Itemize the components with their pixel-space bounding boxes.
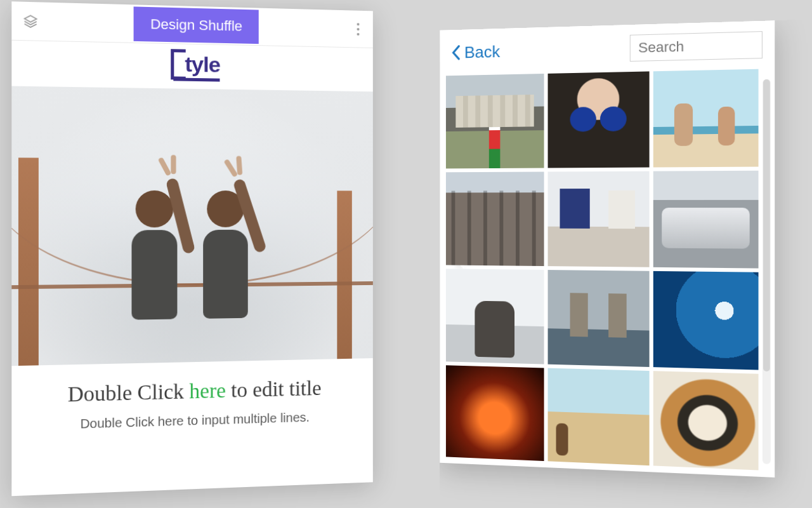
image-picker-panel: Back <box>440 20 775 478</box>
image-thumb[interactable] <box>548 171 650 267</box>
image-thumb[interactable] <box>653 69 759 168</box>
image-thumb[interactable] <box>446 171 544 266</box>
picker-topbar: Back <box>440 20 775 76</box>
more-menu-button[interactable] <box>350 19 367 39</box>
editor-topbar: Design Shuffle <box>11 1 373 48</box>
layers-icon <box>22 13 38 29</box>
image-thumb[interactable] <box>446 269 544 364</box>
dots-vertical-icon <box>357 23 360 25</box>
search-input[interactable] <box>630 31 763 62</box>
scrollbar[interactable] <box>763 79 771 464</box>
image-thumb[interactable] <box>446 74 544 168</box>
image-thumb[interactable] <box>653 271 759 370</box>
slide-canvas[interactable]: tyle Double Click here to edit title Dou… <box>11 41 373 457</box>
image-grid <box>446 69 759 471</box>
scrollbar-handle[interactable] <box>763 79 770 372</box>
hero-image[interactable] <box>11 86 373 366</box>
back-button[interactable]: Back <box>451 42 501 62</box>
slide-footer-meta: / Layout B / 900×900 <box>11 504 373 508</box>
logo-row: tyle <box>11 41 373 92</box>
image-thumb[interactable] <box>446 365 544 462</box>
subtitle-placeholder[interactable]: Double Click here to input multiple line… <box>25 409 361 433</box>
editor-card: Design Shuffle tyle Double Click here to… <box>11 1 373 496</box>
chevron-left-icon <box>451 44 461 61</box>
image-thumb[interactable] <box>548 71 650 168</box>
layers-button[interactable] <box>21 12 40 30</box>
image-thumb[interactable] <box>653 171 759 269</box>
image-thumb[interactable] <box>548 368 650 467</box>
image-thumb[interactable] <box>653 371 759 470</box>
title-area[interactable]: Double Click here to edit title Double C… <box>11 358 373 457</box>
tyle-logo: tyle <box>173 51 220 81</box>
title-placeholder[interactable]: Double Click here to edit title <box>25 376 361 408</box>
image-thumb[interactable] <box>548 270 650 367</box>
design-shuffle-button[interactable]: Design Shuffle <box>133 6 259 44</box>
